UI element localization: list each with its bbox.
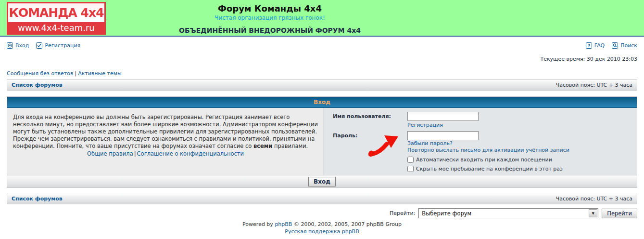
current-time: Текущее время: 30 дек 2010 23:03 — [7, 56, 637, 62]
login-link-label: Вход — [15, 42, 29, 49]
top-nav: Вход Регистрация ? FAQ Поиск — [7, 41, 637, 49]
russian-support-line: Русская поддержка phpBB — [0, 228, 644, 235]
search-link-label: Поиск — [620, 42, 637, 49]
site-subtitle: Чистая организация грязных гонок! — [114, 14, 426, 21]
resend-activation-link[interactable]: Повторно выслать письмо для активации уч… — [407, 147, 569, 153]
powered-prefix: Powered by — [242, 221, 275, 227]
separator: | — [134, 150, 136, 157]
terms-link[interactable]: Общие правила — [87, 150, 133, 157]
register-link[interactable]: Регистрация — [36, 42, 80, 49]
question-mark-icon: ? — [586, 42, 592, 49]
board-index-bar-top: Список форумов Часовой пояс: UTC + 3 час… — [7, 79, 637, 91]
board-index-bar-bottom: Список форумов Часовой пояс: UTC + 3 час… — [7, 193, 637, 204]
page-footer: Powered by phpBB © 2000, 2002, 2005, 200… — [0, 221, 644, 235]
login-info-text-bold: всеми — [253, 143, 272, 149]
phpbb-link[interactable]: phpBB — [275, 221, 292, 227]
site-subtitle-2: ОБЪЕДИНЁННЫЙ ВНЕДОРОЖНЫЙ ФОРУМ 4x4 — [114, 27, 426, 34]
quick-links: Сообщения без ответов|Активные темы — [7, 70, 637, 77]
forum-jump-select[interactable]: Выберите форум ▼ — [418, 208, 598, 218]
login-link[interactable]: Вход — [7, 42, 29, 49]
login-info-column: Для входа на конференцию вы должны быть … — [7, 108, 324, 175]
magnifier-icon — [612, 42, 618, 49]
separator: | — [75, 70, 76, 77]
hideme-label: Скрыть моё пребывание на конференции в э… — [416, 166, 563, 172]
jump-go-button[interactable]: Перейти — [602, 209, 637, 218]
terms-links: Общие правила|Соглашение о конфиденциаль… — [13, 150, 318, 158]
powered-suffix: © 2000, 2002, 2005, 2007 phpBB Group — [292, 221, 401, 227]
search-link[interactable]: Поиск — [612, 42, 637, 49]
forum-jump-selected-value: Выберите форум — [422, 210, 471, 217]
hideme-checkbox[interactable] — [407, 166, 414, 172]
svg-text:?: ? — [588, 43, 590, 48]
login-info-text: Для входа на конференцию вы должны быть … — [13, 114, 318, 150]
autologin-checkbox[interactable] — [407, 157, 414, 163]
site-header: КОМАНДА 4x4 www.4x4-team.ru Форум Команд… — [0, 0, 644, 37]
privacy-link[interactable]: Соглашение о конфиденциальности — [137, 150, 244, 157]
faq-link-label: FAQ — [594, 42, 605, 49]
username-input[interactable] — [407, 112, 479, 121]
header-titles: Форум Команды 4x4 Чистая организация гря… — [114, 3, 426, 34]
login-submit-row: Вход — [7, 175, 637, 187]
autologin-label: Автоматически входить при каждом посещен… — [416, 157, 552, 163]
checkbox-check-icon — [36, 42, 42, 49]
red-arrow-annotation — [368, 131, 400, 157]
logo-brand-text: КОМАНДА 4x4 — [8, 3, 104, 22]
autologin-row: Автоматически входить при каждом посещен… — [407, 157, 632, 163]
login-form-column: Имя пользователя: Регистрация Пароль: За… — [324, 108, 637, 175]
active-topics-link[interactable]: Активные темы — [78, 70, 122, 77]
forum-jump-row: Перейти: Выберите форум ▼ Перейти — [7, 208, 637, 218]
login-panel-title: Вход — [7, 97, 637, 108]
register-link-inline[interactable]: Регистрация — [407, 122, 443, 128]
powered-by-line: Powered by phpBB © 2000, 2002, 2005, 200… — [0, 221, 644, 228]
timezone-label: Часовой пояс: UTC + 3 часа — [556, 196, 632, 202]
hideme-row: Скрыть моё пребывание на конференции в э… — [407, 166, 632, 172]
chevron-down-icon[interactable]: ▼ — [589, 209, 597, 217]
register-link-label: Регистрация — [45, 42, 80, 49]
login-submit-button[interactable]: Вход — [308, 177, 336, 186]
login-circle-icon — [7, 42, 13, 49]
timezone-label: Часовой пояс: UTC + 3 часа — [556, 82, 632, 88]
login-panel: Вход Для входа на конференцию вы должны … — [7, 96, 637, 188]
board-index-link[interactable]: Список форумов — [12, 82, 63, 88]
logo-url-text: www.4x4-team.ru — [8, 22, 104, 33]
faq-link[interactable]: ? FAQ — [586, 42, 605, 49]
username-row: Имя пользователя: — [333, 112, 632, 121]
password-input[interactable] — [407, 131, 479, 140]
username-label: Имя пользователя: — [333, 112, 407, 121]
site-logo[interactable]: КОМАНДА 4x4 www.4x4-team.ru — [7, 2, 106, 35]
russian-support-link[interactable]: Русская поддержка phpBB — [285, 228, 359, 235]
jump-label: Перейти: — [390, 210, 415, 216]
unanswered-posts-link[interactable]: Сообщения без ответов — [7, 70, 73, 77]
forgot-password-link[interactable]: Забыли пароль? — [407, 140, 453, 146]
board-index-link[interactable]: Список форумов — [12, 196, 63, 202]
site-title: Форум Команды 4x4 — [114, 3, 426, 13]
login-info-text-tail: правилами. — [272, 143, 308, 149]
